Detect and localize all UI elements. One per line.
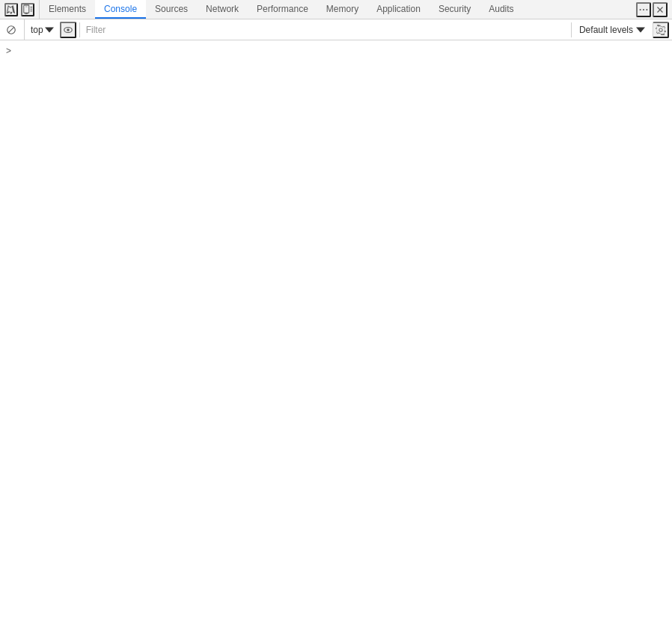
tab-console[interactable]: Console [95,0,146,19]
svg-rect-2 [25,6,28,7]
inspect-element-button[interactable] [4,3,18,16]
svg-rect-1 [25,13,28,13]
console-settings-button[interactable] [653,22,669,38]
live-expressions-button[interactable] [60,22,76,38]
toolbar-divider-1 [79,22,80,37]
inspect-icon [6,4,16,15]
log-levels-selector[interactable]: Default levels [575,22,650,38]
eye-icon [63,25,73,35]
tab-audits[interactable]: Audits [480,0,522,19]
devtools-tab-bar: Elements Console Sources Network Perform… [0,0,672,19]
console-toolbar: top Default levels [0,19,672,40]
filter-input[interactable] [83,19,568,40]
context-dropdown-icon [45,25,54,34]
svg-point-8 [646,8,647,10]
tab-elements[interactable]: Elements [40,0,95,19]
devtools-toolbar-icons [0,0,40,19]
tab-bar-right-actions [632,0,672,19]
toolbar-divider-2 [571,22,572,37]
clear-console-button[interactable] [3,22,19,38]
gear-icon [656,25,666,35]
close-icon [655,4,665,15]
close-devtools-button[interactable] [653,2,668,17]
console-content-area[interactable]: > [0,40,672,636]
toggle-device-toolbar-button[interactable] [21,3,34,16]
svg-point-7 [643,8,644,10]
svg-point-6 [640,8,641,10]
tab-performance[interactable]: Performance [248,0,317,19]
toolbar-left-section [3,19,25,40]
tab-memory[interactable]: Memory [317,0,367,19]
more-icon [638,4,649,15]
more-tabs-button[interactable] [636,2,651,17]
device-icon [22,4,33,15]
tab-security[interactable]: Security [430,0,480,19]
context-selector[interactable]: top [28,22,57,38]
tab-application[interactable]: Application [367,0,430,19]
devtools-tabs: Elements Console Sources Network Perform… [40,0,632,19]
console-prompt-arrow: > [6,46,11,56]
svg-point-12 [67,28,70,31]
tab-sources[interactable]: Sources [146,0,197,19]
svg-rect-0 [24,4,29,13]
svg-line-10 [8,27,14,33]
levels-dropdown-icon [636,25,645,34]
tab-network[interactable]: Network [197,0,248,19]
clear-icon [6,25,16,35]
